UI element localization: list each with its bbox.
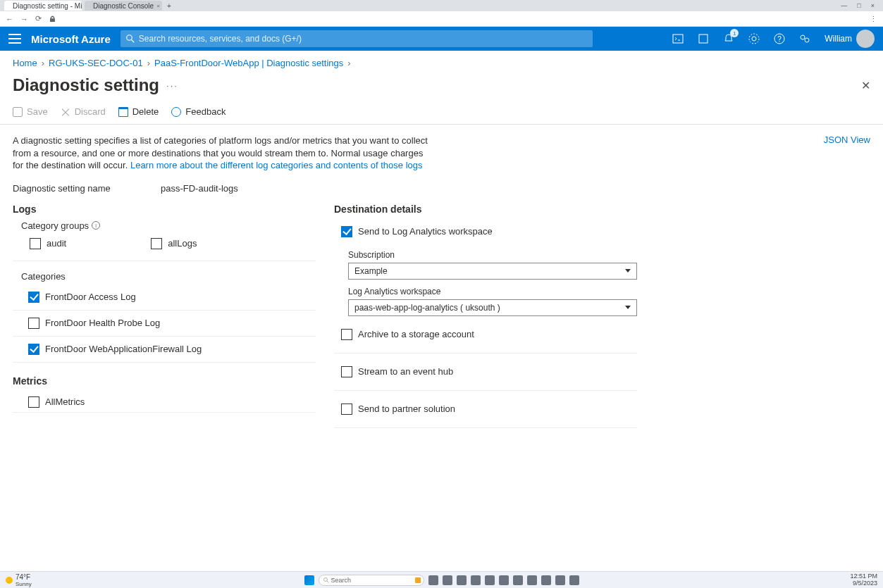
search-icon [323,577,329,583]
close-tab-icon[interactable]: × [156,3,160,9]
browser-tab-active[interactable]: Diagnostic setting - Microsoft A × [4,1,82,11]
task-icon[interactable] [443,575,452,585]
chevron-down-icon [625,306,631,309]
tab-title: Diagnostic setting - Microsoft A [13,2,82,10]
crumb-rg[interactable]: RG-UKS-SEC-DOC-01 [49,58,143,68]
destination-heading: Destination details [334,204,637,215]
new-tab-button[interactable]: + [165,2,173,10]
settings-icon[interactable] [748,33,760,44]
close-blade-icon[interactable]: ✕ [861,79,870,92]
trash-icon [118,107,128,117]
tab-title: Diagnostic Console [93,2,154,10]
svg-line-1 [131,40,134,43]
alllogs-label: allLogs [168,238,197,249]
description: A diagnostic setting specifies a list of… [13,135,436,172]
feedback-icon [171,107,181,117]
browser-toolbar: ← → ⟳ 🔒︎ ⋮ [0,11,883,27]
feedback-button[interactable]: Feedback [171,106,226,117]
global-search-input[interactable] [139,34,587,44]
task-icon[interactable] [485,575,495,585]
ext-icon[interactable]: ⋮ [870,15,877,23]
user-menu[interactable]: William [825,30,875,48]
json-view-link[interactable]: JSON View [824,135,870,145]
crumb-home[interactable]: Home [13,58,37,68]
taskbar-search[interactable]: Search [319,575,424,586]
categories-label: Categories [13,271,316,282]
cat-waf-checkbox[interactable] [28,344,39,355]
task-icon[interactable] [541,575,551,585]
back-icon[interactable]: ← [6,15,13,23]
alllogs-checkbox[interactable] [151,238,162,249]
dest-law-checkbox[interactable] [341,226,352,237]
chevron-right-icon: › [147,58,150,68]
global-search[interactable] [121,30,593,47]
copilot-icon[interactable] [698,33,709,44]
save-icon [13,107,23,117]
chevron-right-icon: › [42,58,44,68]
workspace-select[interactable]: paas-web-app-log-analytics ( uksouth ) [348,299,637,316]
weather-temp: 74°F [16,573,32,581]
cat-healthprobe-checkbox[interactable] [28,318,39,329]
start-icon[interactable] [304,575,314,585]
svg-rect-2 [673,35,683,43]
svg-point-4 [752,37,756,41]
browser-tab-inactive[interactable]: Diagnostic Console × [85,1,162,11]
close-window-icon[interactable]: × [871,2,875,9]
cat-waf-label: FrontDoor WebApplicationFirewall Log [45,344,202,354]
breadcrumb: Home › RG-UKS-SEC-DOC-01 › PaaS-FrontDoo… [0,51,883,71]
chevron-down-icon [625,269,631,273]
dest-partner-checkbox[interactable] [341,404,352,415]
workspace-label: Log Analytics workspace [348,287,637,296]
svg-rect-3 [699,35,708,43]
notification-badge: 1 [730,29,739,37]
forward-icon[interactable]: → [20,15,28,23]
task-icon[interactable] [527,575,537,585]
info-icon[interactable]: i [92,221,100,230]
task-icon[interactable] [471,575,481,585]
menu-icon[interactable] [8,34,21,44]
maximize-window-icon[interactable]: □ [857,2,860,9]
dest-eventhub-checkbox[interactable] [341,366,352,377]
delete-button[interactable]: Delete [118,106,159,117]
save-button: Save [13,106,48,117]
help-icon[interactable]: ? [774,33,785,44]
subscription-select[interactable]: Example [348,263,637,280]
more-actions-icon[interactable]: ··· [166,80,178,91]
allmetrics-label: AllMetrics [45,396,85,407]
name-value: pass-FD-audit-logs [161,183,238,194]
notifications-icon[interactable]: 1 [723,33,734,44]
system-clock[interactable]: 12:51 PM 9/5/2023 [850,573,877,587]
cat-healthprobe-label: FrontDoor Health Probe Log [45,318,160,328]
task-icon[interactable] [499,575,509,585]
audit-checkbox[interactable] [30,238,41,249]
feedback-icon[interactable] [799,33,810,44]
reload-icon[interactable]: ⟳ [35,14,42,23]
workspace-value: paas-web-app-log-analytics ( uksouth ) [354,303,500,313]
cloud-shell-icon[interactable] [672,33,684,44]
dest-storage-label: Archive to a storage account [358,329,474,339]
page-title: Diagnostic setting [13,75,159,95]
blade-toolbar: Save Discard Delete Feedback [0,102,883,125]
chevron-right-icon: › [347,58,350,68]
svg-line-11 [327,581,329,583]
weather-widget[interactable]: 74°F Sunny [6,573,32,587]
crumb-resource[interactable]: PaaS-FrontDoor-WebApp | Diagnostic setti… [154,58,343,68]
learn-more-link[interactable]: Learn more about the different log categ… [130,160,423,170]
sun-icon [6,577,13,584]
windows-taskbar: 74°F Sunny Search 12:51 PM 9/5/2023 [0,571,883,588]
brand[interactable]: Microsoft Azure [31,33,111,45]
task-icon[interactable] [555,575,565,585]
dest-storage-checkbox[interactable] [341,329,352,340]
subscription-label: Subscription [348,250,637,260]
metrics-heading: Metrics [13,375,316,387]
task-icon[interactable] [513,575,523,585]
allmetrics-checkbox[interactable] [28,396,39,408]
user-name: William [825,34,852,44]
cat-accesslog-checkbox[interactable] [28,292,39,303]
azure-top-bar: Microsoft Azure 1 ? William [0,27,883,51]
task-icon[interactable] [428,575,438,585]
cat-accesslog-label: FrontDoor Access Log [45,292,136,302]
task-icon[interactable] [569,575,579,585]
minimize-window-icon[interactable]: — [841,2,847,9]
task-icon[interactable] [457,575,467,585]
